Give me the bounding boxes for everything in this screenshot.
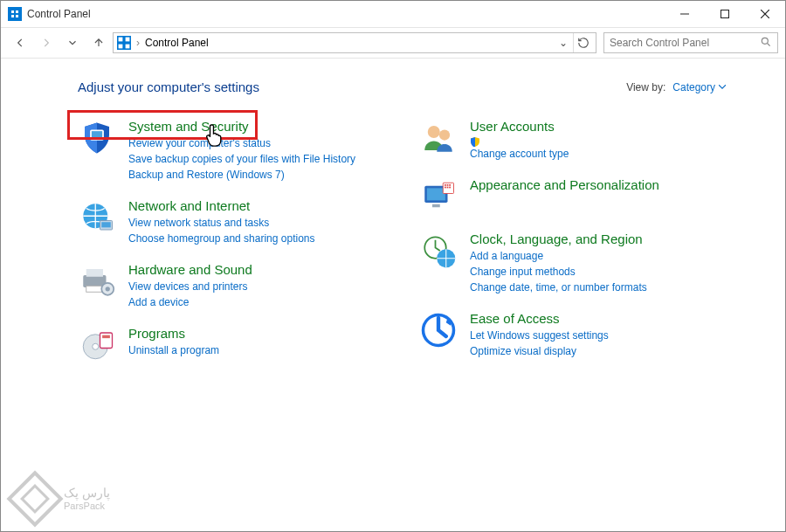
task-link[interactable]: Add a device [128, 294, 252, 310]
watermark-text-en: ParsPack [64, 501, 110, 512]
svg-point-14 [762, 38, 768, 44]
window-title: Control Panel [27, 8, 91, 20]
category-title[interactable]: Appearance and Personalization [470, 177, 659, 192]
address-bar[interactable]: › Control Panel ⌄ [113, 32, 596, 53]
page-title: Adjust your computer's settings [78, 79, 259, 94]
svg-rect-23 [86, 286, 103, 292]
viewby-label: View by: [626, 81, 665, 93]
watermark-logo-icon [6, 470, 63, 527]
task-link[interactable]: Review your computer's status [128, 135, 355, 151]
category-title[interactable]: User Accounts [470, 119, 569, 134]
network-globe-icon [78, 198, 116, 237]
refresh-button[interactable] [573, 33, 592, 52]
task-link[interactable]: Change date, time, or number formats [470, 280, 647, 295]
uac-shield-icon [470, 135, 480, 146]
svg-rect-29 [102, 335, 110, 339]
category-title[interactable]: Network and Internet [128, 198, 314, 213]
task-link[interactable]: Add a language [470, 248, 647, 264]
category-network-and-internet: Network and Internet View network status… [78, 198, 384, 246]
svg-line-15 [768, 43, 770, 45]
svg-rect-39 [445, 187, 446, 189]
category-title[interactable]: Hardware and Sound [128, 262, 252, 277]
category-appearance-and-personalization: Appearance and Personalization [419, 177, 726, 216]
svg-point-31 [439, 129, 450, 140]
svg-rect-2 [16, 10, 18, 13]
svg-point-30 [428, 126, 440, 138]
watermark: پارس پک ParsPack [15, 479, 110, 519]
svg-rect-34 [432, 204, 440, 208]
svg-rect-13 [126, 45, 130, 49]
task-link[interactable]: Save backup copies of your files with Fi… [128, 151, 355, 167]
svg-point-25 [106, 287, 110, 291]
svg-rect-6 [721, 10, 729, 18]
up-button[interactable] [86, 31, 111, 55]
back-button[interactable] [8, 31, 32, 55]
search-input[interactable] [610, 37, 760, 49]
svg-point-27 [93, 343, 99, 349]
forward-button[interactable] [34, 31, 59, 55]
clock-region-icon [419, 231, 458, 270]
svg-rect-4 [16, 15, 18, 17]
control-panel-app-icon [8, 7, 22, 21]
security-shield-icon [78, 119, 116, 157]
svg-rect-20 [101, 222, 111, 227]
task-link[interactable]: Change input methods [470, 264, 647, 280]
viewby-value: Category [672, 81, 715, 93]
watermark-text-fa: پارس پک [64, 486, 110, 501]
svg-rect-36 [445, 184, 446, 186]
address-dropdown-button[interactable]: ⌄ [559, 37, 568, 49]
task-link[interactable]: Change account type [470, 135, 569, 162]
breadcrumb-location[interactable]: Control Panel [145, 37, 209, 49]
task-link[interactable]: Optimize visual display [470, 343, 609, 359]
appearance-monitor-icon [419, 177, 458, 216]
task-link[interactable]: Uninstall a program [128, 342, 219, 358]
svg-rect-11 [126, 38, 130, 42]
svg-rect-10 [119, 38, 123, 42]
recent-locations-dropdown[interactable] [60, 31, 85, 55]
svg-rect-41 [449, 187, 451, 189]
maximize-button[interactable] [705, 1, 745, 27]
search-icon [760, 36, 772, 51]
user-accounts-icon [419, 119, 458, 157]
close-button[interactable] [745, 1, 785, 27]
category-programs: Programs Uninstall a program [78, 326, 384, 364]
programs-disc-icon [78, 326, 116, 364]
category-title[interactable]: Clock, Language, and Region [470, 231, 647, 246]
breadcrumb-separator-icon: › [136, 37, 140, 49]
svg-rect-33 [427, 188, 445, 200]
category-user-accounts: User Accounts Change account type [419, 119, 726, 162]
minimize-button[interactable] [665, 1, 705, 27]
task-link[interactable]: View devices and printers [128, 279, 252, 294]
svg-rect-40 [447, 187, 449, 189]
category-title[interactable]: Programs [128, 326, 219, 341]
task-link[interactable]: Choose homegroup and sharing options [128, 231, 314, 246]
svg-rect-38 [449, 184, 451, 186]
viewby-dropdown[interactable]: Category [672, 81, 726, 93]
ease-of-access-icon [419, 311, 458, 349]
svg-rect-3 [11, 15, 14, 17]
category-ease-of-access: Ease of Access Let Windows suggest setti… [419, 311, 726, 359]
chevron-down-icon [719, 85, 726, 89]
svg-rect-1 [11, 10, 14, 13]
svg-rect-22 [86, 269, 103, 277]
svg-rect-12 [119, 45, 123, 49]
task-link[interactable]: Let Windows suggest settings [470, 328, 609, 343]
category-title[interactable]: Ease of Access [470, 311, 609, 326]
task-link[interactable]: Backup and Restore (Windows 7) [128, 167, 355, 183]
svg-rect-17 [92, 131, 102, 139]
printer-hardware-icon [78, 262, 116, 301]
svg-rect-37 [447, 184, 449, 186]
category-hardware-and-sound: Hardware and Sound View devices and prin… [78, 262, 384, 310]
control-panel-location-icon [117, 36, 131, 50]
category-clock-language-region: Clock, Language, and Region Add a langua… [419, 231, 726, 295]
task-link[interactable]: View network status and tasks [128, 215, 314, 231]
search-box[interactable] [603, 32, 778, 53]
category-title[interactable]: System and Security [128, 119, 355, 134]
category-system-and-security: System and Security Review your computer… [78, 119, 384, 183]
